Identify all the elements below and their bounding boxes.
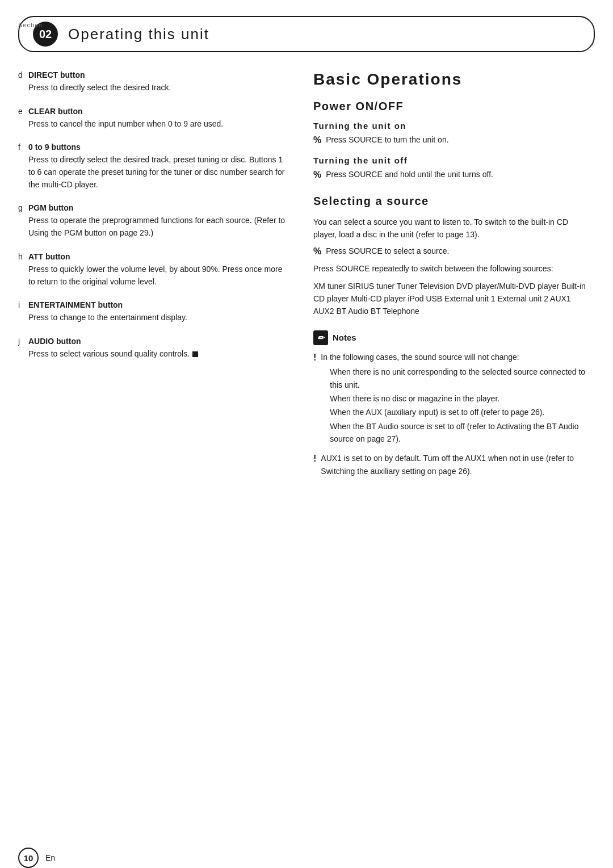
list-item: g PGM button Press to operate the prepro… xyxy=(18,203,291,239)
item-label-e: e CLEAR button xyxy=(18,107,291,116)
note-bullet-icon: ! xyxy=(313,451,316,466)
percent-icon: % xyxy=(313,245,321,259)
note-sub-item: When the BT Audio source is set to off (… xyxy=(321,420,586,446)
power-section-title: Power ON/OFF xyxy=(313,100,586,113)
source-section-title: Selecting a source xyxy=(313,195,586,208)
note-text-2: AUX1 is set to on by default. Turn off t… xyxy=(321,452,586,477)
list-item: e CLEAR button Press to cancel the input… xyxy=(18,107,291,131)
list-item: h ATT button Press to quickly lower the … xyxy=(18,252,291,288)
item-body-f: Press to directly select the desired tra… xyxy=(28,154,291,191)
notes-section: ✏ Notes ! In the following cases, the so… xyxy=(313,330,586,478)
turn-off-instruction: % Press SOURCE and hold until the unit t… xyxy=(313,169,586,182)
note-sub-item: When the AUX (auxiliary input) is set to… xyxy=(321,406,586,418)
item-body-h: Press to quickly lower the volume level,… xyxy=(28,263,291,288)
source-instruction-text: Press SOURCE to select a source. xyxy=(326,245,449,258)
item-label-f: f 0 to 9 buttons xyxy=(18,142,291,152)
notes-icon: ✏ xyxy=(313,330,328,345)
turn-on-heading: Turning the unit on xyxy=(313,121,586,131)
right-column: Basic Operations Power ON/OFF Turning th… xyxy=(313,70,586,483)
note-bullet-icon: ! xyxy=(313,350,316,365)
turn-off-text: Press SOURCE and hold until the unit tur… xyxy=(326,169,493,181)
power-section: Power ON/OFF Turning the unit on % Press… xyxy=(313,100,586,182)
main-section-title: Basic Operations xyxy=(313,70,586,89)
chapter-title: Operating this unit xyxy=(68,26,209,43)
item-body-i: Press to change to the entertainment dis… xyxy=(28,312,291,324)
percent-icon: % xyxy=(313,133,321,148)
note-sub-item: When there is no unit corresponding to t… xyxy=(321,366,586,391)
note-item-2: ! AUX1 is set to on by default. Turn off… xyxy=(313,452,586,477)
stop-icon xyxy=(192,351,198,357)
list-item: f 0 to 9 buttons Press to directly selec… xyxy=(18,142,291,191)
item-body-j: Press to select various sound quality co… xyxy=(28,348,291,360)
source-detail: Press SOURCE repeatedly to switch betwee… xyxy=(313,262,586,275)
list-item: j AUDIO button Press to select various s… xyxy=(18,337,291,360)
item-label-g: g PGM button xyxy=(18,203,291,212)
note-sub-list-1: When there is no unit corresponding to t… xyxy=(321,366,586,445)
notes-title: Notes xyxy=(333,333,356,342)
list-item: i ENTERTAINMENT button Press to change t… xyxy=(18,300,291,324)
sources-list: XM tuner SIRIUS tuner Tuner Television D… xyxy=(313,280,586,318)
chapter-header: 02 Operating this unit xyxy=(18,16,595,52)
item-body-g: Press to operate the preprogrammed funct… xyxy=(28,215,291,239)
item-label-i: i ENTERTAINMENT button xyxy=(18,300,291,309)
turn-on-instruction: % Press SOURCE to turn the unit on. xyxy=(313,134,586,148)
turn-on-text: Press SOURCE to turn the unit on. xyxy=(326,134,448,146)
left-column: d DIRECT button Press to directly select… xyxy=(18,70,291,483)
notes-header: ✏ Notes xyxy=(313,330,586,345)
item-label-j: j AUDIO button xyxy=(18,337,291,346)
note-sub-item: When there is no disc or magazine in the… xyxy=(321,392,586,405)
source-intro: You can select a source you want to list… xyxy=(313,216,586,241)
source-section: Selecting a source You can select a sour… xyxy=(313,195,586,318)
percent-icon: % xyxy=(313,168,321,182)
section-label: Section xyxy=(18,22,43,28)
item-body-d: Press to directly select the desired tra… xyxy=(28,82,291,94)
source-instruction: % Press SOURCE to select a source. xyxy=(313,245,586,259)
page-footer: 10 En xyxy=(18,848,55,868)
item-label-h: h ATT button xyxy=(18,252,291,261)
page-language: En xyxy=(45,853,55,862)
note-text-1: In the following cases, the sound source… xyxy=(321,351,586,447)
note-item-1: ! In the following cases, the sound sour… xyxy=(313,351,586,447)
item-body-e: Press to cancel the input number when 0 … xyxy=(28,118,291,131)
item-label-d: d DIRECT button xyxy=(18,70,291,79)
list-item: d DIRECT button Press to directly select… xyxy=(18,70,291,94)
turn-off-heading: Turning the unit off xyxy=(313,156,586,165)
page-number: 10 xyxy=(18,848,39,868)
